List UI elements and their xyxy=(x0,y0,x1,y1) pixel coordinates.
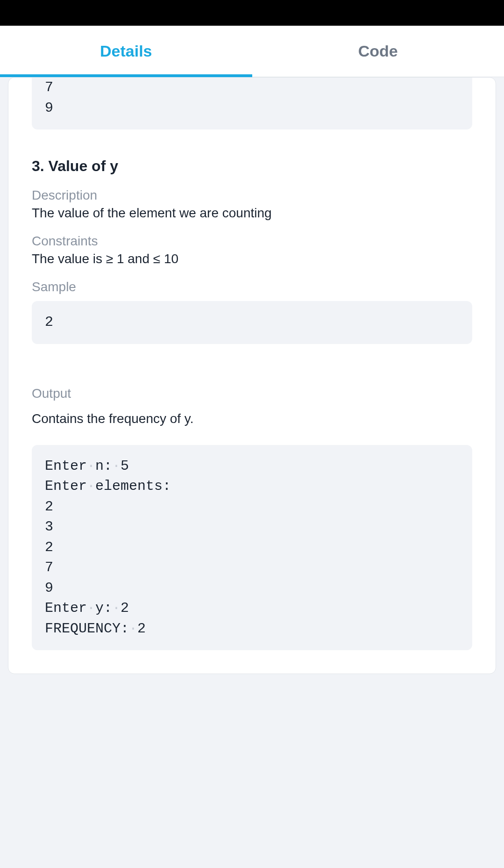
top-sample-block: 7 9 xyxy=(32,78,472,129)
section3-constraints-text: The value is ≥ 1 and ≤ 10 xyxy=(32,251,472,266)
section3-desc-label: Description xyxy=(32,188,472,203)
section3-heading: 3. Value of y xyxy=(32,158,472,175)
tab-details-label: Details xyxy=(100,42,152,60)
status-bar xyxy=(0,0,504,26)
page-wrap: 7 9 3. Value of y Description The value … xyxy=(0,77,504,674)
section3-constraints-label: Constraints xyxy=(32,234,472,249)
output-sample-block: Enter·n:·5 Enter·elements: 2 3 2 7 9 Ent… xyxy=(32,445,472,651)
tab-code[interactable]: Code xyxy=(252,26,504,77)
section3-desc-text: The value of the element we are counting xyxy=(32,206,472,221)
details-card: 7 9 3. Value of y Description The value … xyxy=(8,77,496,674)
section3-sample-value: 2 xyxy=(45,314,53,330)
tab-code-label: Code xyxy=(358,42,398,60)
section3-sample-block: 2 xyxy=(32,301,472,344)
tabs-bar: Details Code xyxy=(0,26,504,77)
top-sample-text: 7 9 xyxy=(45,79,53,116)
output-desc: Contains the frequency of y. xyxy=(32,411,472,426)
output-label: Output xyxy=(32,386,472,401)
section3-sample-label: Sample xyxy=(32,280,472,294)
tab-details[interactable]: Details xyxy=(0,26,252,77)
